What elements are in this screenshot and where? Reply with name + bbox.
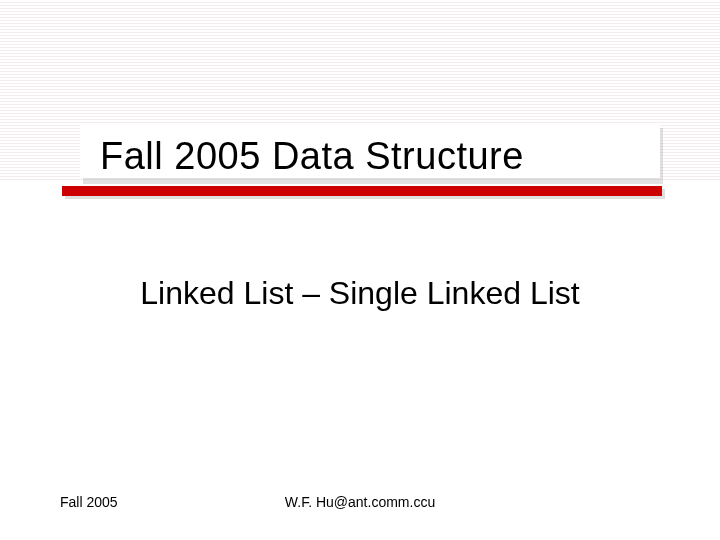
footer: Fall 2005 W.F. Hu@ant.comm.ccu [60,494,660,510]
accent-bar [62,186,662,196]
footer-center-text: W.F. Hu@ant.comm.ccu [285,494,435,510]
title-container: Fall 2005 Data Structure [80,125,660,178]
slide-title: Fall 2005 Data Structure [100,135,640,178]
footer-left-text: Fall 2005 [60,494,118,510]
slide-subtitle: Linked List – Single Linked List [60,275,660,312]
